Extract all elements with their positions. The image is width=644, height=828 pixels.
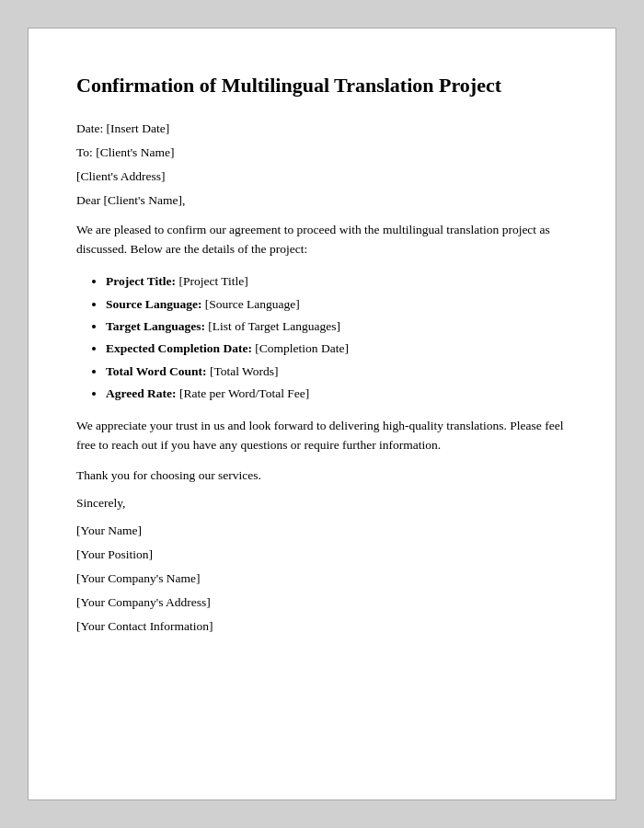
- closing-paragraph: We appreciate your trust in us and look …: [76, 417, 568, 455]
- intro-paragraph: We are pleased to confirm our agreement …: [76, 221, 568, 259]
- document-container: Confirmation of Multilingual Translation…: [28, 28, 616, 800]
- date-line: Date: [Insert Date]: [76, 121, 568, 136]
- bullet-value-1: [Source Language]: [205, 297, 300, 311]
- your-company-name: [Your Company's Name]: [76, 571, 568, 586]
- bullet-value-5: [Rate per Word/Total Fee]: [179, 386, 309, 400]
- bullet-value-2: [List of Target Languages]: [208, 319, 340, 333]
- document-title: Confirmation of Multilingual Translation…: [76, 73, 568, 99]
- bullet-label-4: Total Word Count:: [106, 364, 207, 378]
- thank-you-line: Thank you for choosing our services.: [76, 468, 568, 483]
- bullet-label-2: Target Languages:: [106, 319, 205, 333]
- bullet-label-1: Source Language:: [106, 297, 201, 311]
- list-item: Target Languages: [List of Target Langua…: [106, 316, 568, 337]
- your-name: [Your Name]: [76, 523, 568, 538]
- list-item: Total Word Count: [Total Words]: [106, 362, 568, 382]
- bullet-label-0: Project Title:: [106, 274, 176, 288]
- your-company-address: [Your Company's Address]: [76, 595, 568, 610]
- to-line: To: [Client's Name]: [76, 145, 568, 160]
- bullet-value-4: [Total Words]: [210, 364, 279, 378]
- sincerely-line: Sincerely,: [76, 496, 568, 511]
- your-contact: [Your Contact Information]: [76, 619, 568, 634]
- your-position: [Your Position]: [76, 547, 568, 562]
- list-item: Source Language: [Source Language]: [106, 294, 568, 315]
- list-item: Expected Completion Date: [Completion Da…: [106, 339, 568, 359]
- bullet-value-3: [Completion Date]: [255, 341, 349, 355]
- list-item: Project Title: [Project Title]: [106, 271, 568, 292]
- salutation: Dear [Client's Name],: [76, 193, 568, 208]
- project-details-list: Project Title: [Project Title] Source La…: [106, 271, 568, 404]
- address-line: [Client's Address]: [76, 169, 568, 184]
- bullet-label-3: Expected Completion Date:: [106, 341, 252, 355]
- bullet-value-0: [Project Title]: [178, 274, 247, 288]
- bullet-label-5: Agreed Rate:: [106, 386, 177, 400]
- list-item: Agreed Rate: [Rate per Word/Total Fee]: [106, 384, 568, 404]
